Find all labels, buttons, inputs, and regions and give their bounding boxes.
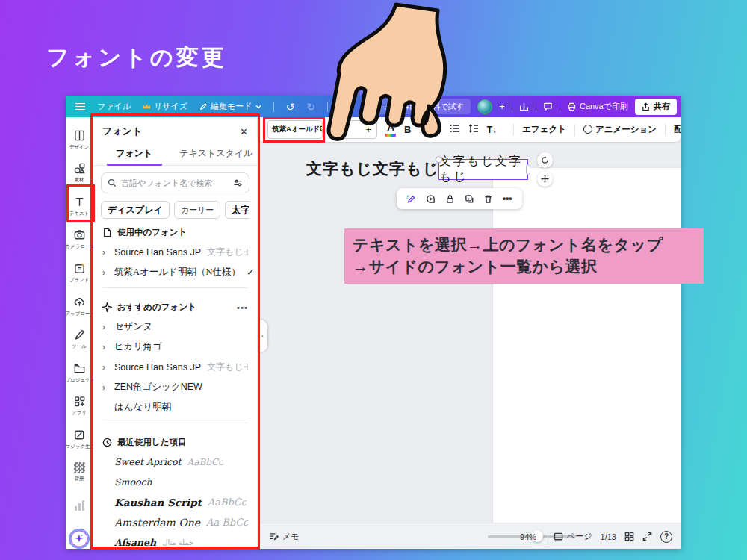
panel-collapse-button[interactable]: ‹ <box>258 320 267 352</box>
category-pill-bold[interactable]: 太字 <box>225 201 249 219</box>
close-panel-button[interactable]: ✕ <box>240 126 248 137</box>
font-row[interactable]: › Source Han Sans JP 文字もじモジ <box>93 242 257 262</box>
rotate-icon <box>541 156 549 164</box>
expand-chevron-icon: › <box>102 342 108 352</box>
share-icon <box>642 102 650 111</box>
magic-assistant-button[interactable] <box>69 529 90 549</box>
font-row[interactable]: Kaushan Script AaBbCc <box>93 492 257 512</box>
move-handle[interactable] <box>537 171 553 187</box>
position-button[interactable]: 配置 <box>674 124 681 135</box>
more-options-button[interactable]: ••• <box>237 303 248 312</box>
font-row-selected[interactable]: › 筑紫Aオールド明朝（N仕様） ✓ <box>93 262 257 282</box>
expand-chevron-icon: › <box>102 267 108 278</box>
line-spacing-icon <box>468 124 479 133</box>
align-icon <box>431 124 441 133</box>
font-row[interactable]: › ZEN角ゴシックNEW <box>93 377 257 397</box>
resize-menu[interactable]: リサイズ <box>143 101 187 112</box>
animation-button[interactable]: アニメーション <box>583 124 657 135</box>
alignment-button[interactable] <box>431 124 441 135</box>
filter-icon[interactable] <box>233 178 243 187</box>
bold-button[interactable]: B <box>404 124 411 135</box>
insights-button[interactable] <box>519 102 529 111</box>
comments-button[interactable] <box>543 102 553 111</box>
font-row[interactable]: Sweet Apricot AaBbCc <box>93 452 257 472</box>
font-row[interactable]: › はんなり明朝 <box>93 397 257 417</box>
sidebar-item-camera-roll[interactable]: カメラロール <box>66 223 93 257</box>
sidebar-item-projects[interactable]: プロジェクト <box>66 356 93 390</box>
grid-view-button[interactable] <box>624 532 634 541</box>
chat-bubble-icon <box>543 102 553 111</box>
canvas-text-element[interactable]: 文字もじ文字もじ <box>306 158 439 179</box>
font-search-input[interactable] <box>121 178 229 187</box>
zoom-level[interactable]: 94% <box>520 532 536 541</box>
sidebar-item-charts-faded[interactable] <box>66 489 93 523</box>
avatar[interactable] <box>477 99 492 114</box>
sidebar-item-brand[interactable]: ブランド <box>66 256 93 290</box>
sidebar-item-uploads[interactable]: アップロード <box>66 290 93 323</box>
clock-icon <box>102 438 112 447</box>
selection-side-handle[interactable] <box>526 164 530 175</box>
font-row[interactable]: Smooch <box>93 472 257 492</box>
add-member-button[interactable]: + <box>499 101 505 112</box>
main-menu-button[interactable] <box>75 103 85 110</box>
divider <box>513 124 514 136</box>
category-pill-display[interactable]: ディスプレイ <box>101 201 170 219</box>
magic-write-button[interactable] <box>406 194 416 204</box>
effects-button[interactable]: エフェクト <box>522 124 566 135</box>
edit-mode-menu[interactable]: 編集モード <box>199 101 261 112</box>
sidebar-item-design[interactable]: デザイン <box>66 123 93 157</box>
sidebar-item-magic-generate[interactable]: マジック生成 <box>66 423 93 456</box>
sidebar-item-background[interactable]: 背景 <box>66 456 93 490</box>
italic-button[interactable]: I <box>419 124 422 136</box>
sidebar-item-elements[interactable]: 素材 <box>66 157 93 190</box>
selected-text-element[interactable]: 文字もじ文字もじ <box>438 159 528 180</box>
divider <box>102 287 248 288</box>
vertical-text-button[interactable]: T↓ <box>487 125 497 135</box>
page-view-button[interactable]: ページ <box>554 531 592 542</box>
font-row[interactable]: Afsaneh جملة مثال <box>93 532 257 549</box>
rotate-handle[interactable] <box>537 152 553 168</box>
font-size-decrease[interactable]: − <box>337 124 343 135</box>
list-button[interactable] <box>450 124 460 135</box>
comment-plus-icon <box>426 194 436 204</box>
divider <box>574 124 575 136</box>
category-pill-curly[interactable]: カーリー <box>174 201 221 219</box>
file-menu[interactable]: ファイル <box>97 101 131 112</box>
selection-corner-handle[interactable] <box>436 156 442 163</box>
expand-chevron-icon: › <box>102 362 108 373</box>
sidebar-item-text[interactable]: テキスト <box>66 190 93 223</box>
trial-button[interactable]: まず14日間無料で試す <box>365 99 471 114</box>
font-size-increase[interactable]: + <box>365 124 371 135</box>
font-search-box[interactable] <box>101 172 249 193</box>
font-size-stepper[interactable]: − + <box>331 120 377 139</box>
font-row[interactable]: Amsterdam One Aa BbCc <box>93 512 257 532</box>
font-row[interactable]: › セザンヌ <box>93 317 257 337</box>
design-page[interactable] <box>493 168 681 544</box>
help-button[interactable]: ? <box>660 531 672 543</box>
lock-button[interactable] <box>445 194 455 204</box>
status-bar: メモ 94% ページ 1/13 ? <box>258 523 681 549</box>
fullscreen-button[interactable] <box>642 532 652 541</box>
font-row[interactable]: › Source Han Sans JP 文字もじモジ <box>93 357 257 377</box>
spacing-button[interactable] <box>468 124 479 135</box>
redo-button[interactable]: ↻ <box>306 101 315 113</box>
tab-fonts[interactable]: フォント <box>93 143 176 165</box>
notes-button[interactable]: メモ <box>269 523 300 549</box>
print-button[interactable]: Canvaで印刷 <box>567 101 628 112</box>
sidebar-item-apps[interactable]: アプリ <box>66 390 93 423</box>
delete-button[interactable] <box>483 194 493 204</box>
more-actions-button[interactable]: ••• <box>503 193 512 204</box>
divider <box>327 102 328 112</box>
share-button[interactable]: 共有 <box>635 99 677 115</box>
tab-text-styles[interactable]: テキストスタイル <box>176 143 258 165</box>
comment-button[interactable] <box>426 194 436 204</box>
text-color-button[interactable]: A <box>385 122 396 137</box>
projects-icon <box>73 362 86 375</box>
font-name-button[interactable]: 筑紫Aオールド明朝... <box>267 120 323 139</box>
undo-button[interactable]: ↺ <box>286 101 295 113</box>
rainbow-bar <box>385 134 396 137</box>
sidebar-item-tools[interactable]: ツール <box>66 323 93 356</box>
text-format-toolbar: 筑紫Aオールド明朝... − + A B I T↓ エフェクト アニメーション <box>258 117 681 142</box>
duplicate-button[interactable] <box>465 194 474 204</box>
font-row[interactable]: › ヒカリ角ゴ <box>93 337 257 357</box>
